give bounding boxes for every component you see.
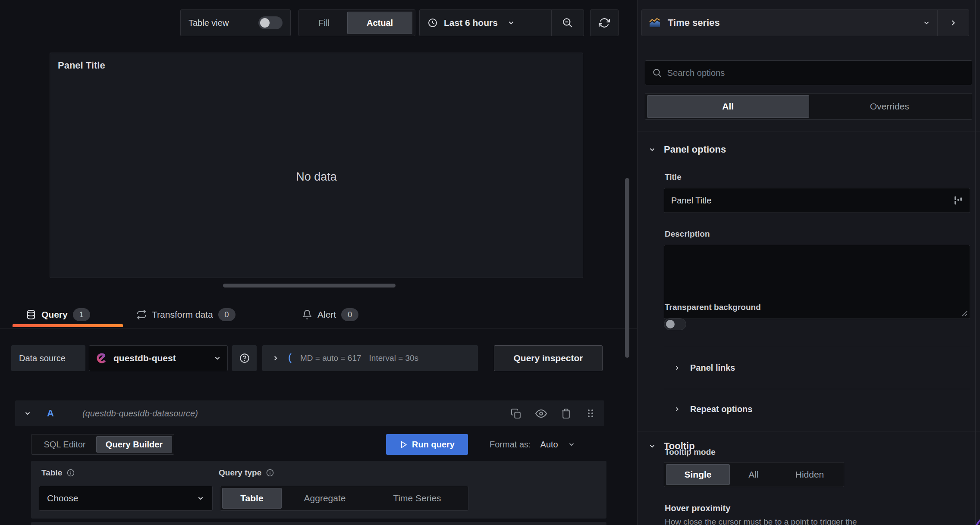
- tooltip-mode-single[interactable]: Single: [666, 464, 730, 485]
- transparent-bg-toggle[interactable]: [664, 318, 686, 330]
- filter-overrides-option[interactable]: Overrides: [809, 95, 971, 118]
- chevron-right-icon: [272, 354, 280, 362]
- sidebar-scroll-gutter: [975, 0, 976, 525]
- title-field-label: Title: [665, 172, 682, 182]
- query-ref-id: A: [47, 408, 54, 419]
- visualization-select[interactable]: Time series: [642, 17, 937, 28]
- resize-corner-icon[interactable]: [961, 310, 967, 316]
- question-circle-icon: [239, 353, 250, 364]
- panel-links-header[interactable]: Panel links: [673, 363, 735, 373]
- active-tab-indicator: [13, 324, 123, 327]
- transparent-bg-label: Transparent background: [665, 303, 761, 312]
- query-type-label: Query type: [219, 468, 261, 478]
- disable-query-eye-icon[interactable]: [535, 408, 547, 419]
- drag-handle-icon[interactable]: [585, 408, 596, 419]
- clock-icon: [427, 18, 438, 28]
- time-range-button[interactable]: Last 6 hours: [420, 18, 551, 28]
- section-divider: [638, 431, 980, 431]
- run-query-button[interactable]: Run query: [386, 434, 468, 455]
- tab-alert-label: Alert: [317, 309, 336, 320]
- query-options-summary[interactable]: MD = auto = 617 Interval = 30s: [262, 345, 478, 371]
- search-icon: [652, 68, 662, 78]
- hover-proximity-label: Hover proximity: [665, 503, 730, 513]
- datasource-help-button[interactable]: [232, 345, 257, 371]
- refresh-button[interactable]: [590, 9, 619, 36]
- panel-title[interactable]: Panel Title: [58, 60, 105, 71]
- tab-query-count: 1: [73, 308, 90, 321]
- options-pane: Time series All Overrides Panel options …: [637, 0, 980, 525]
- bell-icon: [302, 309, 312, 320]
- datasource-picker[interactable]: questdb-quest: [89, 345, 228, 371]
- no-data-message: No data: [50, 170, 583, 184]
- title-field[interactable]: [664, 188, 970, 213]
- fill-option[interactable]: Fill: [301, 12, 347, 34]
- filter-all-option[interactable]: All: [647, 95, 809, 118]
- viz-suggestions-button[interactable]: [938, 19, 969, 27]
- tabbar-border: [0, 328, 637, 329]
- datasource-value: questdb-quest: [113, 353, 208, 363]
- inset-divider: [664, 346, 970, 346]
- tab-transform[interactable]: Transform data 0: [136, 304, 236, 325]
- refresh-icon: [599, 17, 610, 28]
- actual-option[interactable]: Actual: [347, 12, 412, 34]
- title-field-input[interactable]: [671, 196, 949, 206]
- loading-indicator-icon: [287, 353, 292, 364]
- table-field-label: Table: [41, 468, 62, 478]
- suggestions-icon[interactable]: [954, 195, 963, 206]
- inset-divider: [664, 389, 970, 389]
- section-divider: [638, 131, 980, 131]
- toggle-knob: [260, 18, 270, 28]
- visualization-value: Time series: [668, 17, 917, 28]
- table-select-value: Choose: [47, 493, 78, 503]
- chevron-down-icon: [648, 146, 656, 153]
- zoom-out-button[interactable]: [552, 17, 584, 28]
- database-icon: [26, 309, 36, 320]
- run-query-label: Run query: [412, 440, 455, 450]
- table-view-toggle[interactable]: [258, 16, 283, 29]
- repeat-options-header[interactable]: Repeat options: [673, 404, 752, 414]
- collapse-chevron-icon[interactable]: [24, 409, 31, 417]
- next-builder-card-edge: [31, 522, 606, 525]
- vertical-scrollbar-thumb[interactable]: [625, 178, 629, 358]
- query-type-switch: Table Aggregate Time Series: [220, 486, 468, 511]
- table-select[interactable]: Choose: [39, 486, 213, 511]
- panel-options-title: Panel options: [664, 144, 726, 155]
- tooltip-mode-hidden[interactable]: Hidden: [777, 464, 842, 485]
- datasource-label-text: Data source: [19, 353, 66, 363]
- format-as-control[interactable]: Format as: Auto: [490, 434, 575, 455]
- tab-transform-count: 0: [218, 308, 236, 321]
- tab-alert[interactable]: Alert 0: [302, 304, 358, 325]
- options-search-input[interactable]: [667, 68, 965, 78]
- chevron-down-icon: [568, 441, 575, 448]
- chevron-right-icon: [949, 19, 958, 27]
- panel-links-label: Panel links: [690, 363, 735, 373]
- visualization-picker: Time series: [641, 9, 969, 36]
- query-type-aggregate[interactable]: Aggregate: [282, 488, 368, 509]
- repeat-options-label: Repeat options: [690, 404, 752, 414]
- tooltip-mode-all[interactable]: All: [730, 464, 777, 485]
- max-data-points-summary: MD = auto = 617: [300, 353, 361, 363]
- fill-actual-switch: Fill Actual: [298, 9, 415, 36]
- query-type-label-row: Query type: [219, 468, 274, 478]
- panel-resize-handle[interactable]: [223, 284, 396, 288]
- format-as-label: Format as:: [490, 440, 531, 450]
- tab-query[interactable]: Query 1: [26, 304, 90, 325]
- query-datasource-hint: (questdb-questdb-datasource): [82, 409, 198, 419]
- query-inspector-button[interactable]: Query inspector: [494, 345, 603, 371]
- transform-icon: [136, 309, 147, 320]
- table-view-label: Table view: [188, 18, 229, 28]
- query-type-table[interactable]: Table: [222, 488, 282, 509]
- query-builder-option[interactable]: Query Builder: [96, 436, 172, 453]
- chevron-down-icon: [197, 494, 204, 502]
- panel-options-header[interactable]: Panel options: [648, 144, 726, 155]
- options-search[interactable]: [645, 60, 972, 85]
- interval-summary: Interval = 30s: [369, 353, 419, 363]
- sql-editor-option[interactable]: SQL Editor: [33, 436, 96, 453]
- query-row-header[interactable]: A (questdb-questdb-datasource): [15, 400, 604, 426]
- query-inspector-label: Query inspector: [513, 353, 583, 363]
- chevron-down-icon: [648, 442, 656, 450]
- tab-query-label: Query: [41, 309, 68, 320]
- delete-query-trash-icon[interactable]: [561, 408, 572, 419]
- duplicate-query-icon[interactable]: [511, 408, 521, 419]
- query-type-timeseries[interactable]: Time Series: [368, 488, 466, 509]
